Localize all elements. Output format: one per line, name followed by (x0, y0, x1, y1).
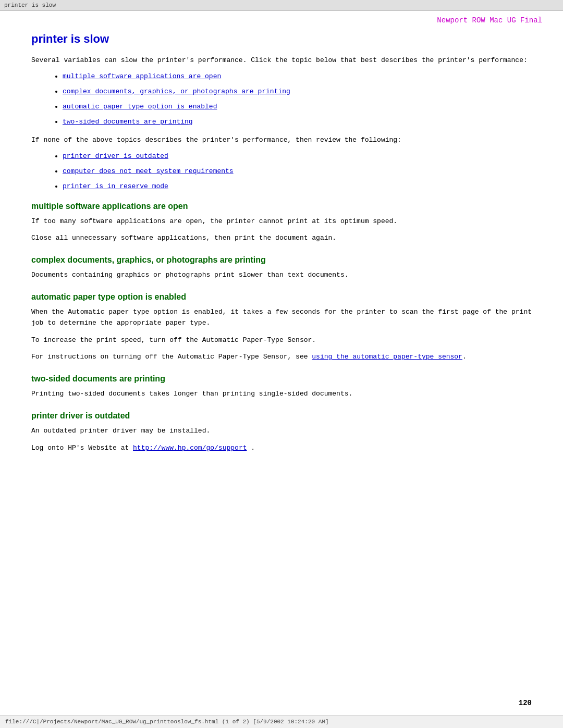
first-link-list: multiple software applications are open … (31, 72, 532, 126)
section-para: Documents containing graphics or photogr… (31, 270, 532, 281)
list-item: printer is in reserve mode (63, 182, 532, 190)
second-link-list: printer driver is outdated computer does… (31, 152, 532, 190)
footer-text: file:///C|/Projects/Newport/Mac_UG_ROW/u… (5, 719, 329, 725)
section-two-sided: two-sided documents are printing Printin… (31, 374, 532, 400)
link-automatic-paper-type-sensor[interactable]: using the automatic paper-type sensor (312, 353, 462, 361)
para-suffix: . (462, 353, 467, 361)
link-hp-website[interactable]: http://www.hp.com/go/support (133, 444, 247, 452)
section-complex-documents: complex documents, graphics, or photogra… (31, 255, 532, 281)
list-item: two-sided documents are printing (63, 118, 532, 126)
list-item: computer does not meet system requiremen… (63, 167, 532, 175)
link-printer-driver[interactable]: printer driver is outdated (63, 152, 168, 160)
section-heading-automatic-paper: automatic paper type option is enabled (31, 292, 532, 302)
footer-bar: file:///C|/Projects/Newport/Mac_UG_ROW/u… (0, 715, 563, 728)
main-content: printer is slow Several variables can sl… (0, 27, 563, 491)
list-item: automatic paper type option is enabled (63, 103, 532, 110)
section-heading-complex-documents: complex documents, graphics, or photogra… (31, 255, 532, 265)
section-heading-two-sided: two-sided documents are printing (31, 374, 532, 384)
section-para: Printing two-sided documents takes longe… (31, 389, 532, 400)
section-heading-multiple-software: multiple software applications are open (31, 202, 532, 211)
section-para: An outdated printer driver may be instal… (31, 426, 532, 437)
browser-title-text: printer is slow (4, 2, 56, 8)
link-reserve-mode[interactable]: printer is in reserve mode (63, 182, 168, 190)
list-item: multiple software applications are open (63, 72, 532, 80)
section-para: Close all unnecessary software applicati… (31, 233, 532, 244)
page-title: printer is slow (31, 32, 532, 46)
section-automatic-paper: automatic paper type option is enabled W… (31, 292, 532, 363)
section-para: If too many software applications are op… (31, 216, 532, 227)
link-two-sided[interactable]: two-sided documents are printing (63, 118, 193, 126)
link-multiple-software[interactable]: multiple software applications are open (63, 72, 221, 80)
para-suffix: . (247, 444, 255, 452)
list-item: printer driver is outdated (63, 152, 532, 160)
section-heading-printer-driver: printer driver is outdated (31, 411, 532, 421)
section-para: To increase the print speed, turn off th… (31, 335, 532, 346)
para-prefix-text: For instructions on turning off the Auto… (31, 353, 308, 361)
second-intro-paragraph: If none of the above topics describes th… (31, 135, 532, 146)
section-multiple-software: multiple software applications are open … (31, 202, 532, 244)
link-system-requirements[interactable]: computer does not meet system requiremen… (63, 167, 234, 175)
link-complex-documents[interactable]: complex documents, graphics, or photogra… (63, 88, 290, 95)
section-para-with-link: For instructions on turning off the Auto… (31, 352, 532, 363)
page-number: 120 (519, 699, 532, 707)
list-item: complex documents, graphics, or photogra… (63, 88, 532, 95)
intro-paragraph: Several variables can slow the printer's… (31, 55, 532, 66)
brand-label: Newport ROW Mac UG Final (437, 16, 542, 24)
link-automatic-paper[interactable]: automatic paper type option is enabled (63, 103, 217, 110)
browser-title-bar: printer is slow (0, 0, 563, 11)
header-bar: Newport ROW Mac UG Final (0, 11, 563, 27)
section-para: When the Automatic paper type option is … (31, 307, 532, 329)
section-para-with-link: Log onto HP's Website at http://www.hp.c… (31, 443, 532, 454)
para-prefix-text: Log onto HP's Website at (31, 444, 129, 452)
section-printer-driver: printer driver is outdated An outdated p… (31, 411, 532, 454)
